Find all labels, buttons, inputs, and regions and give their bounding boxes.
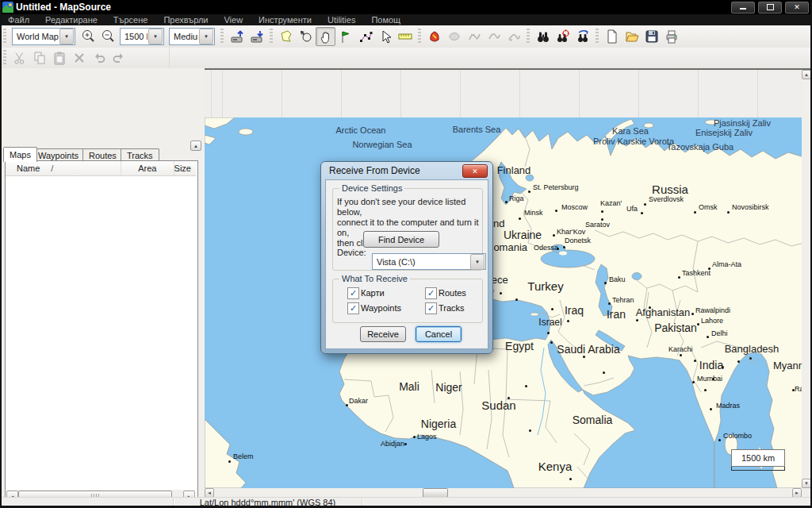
scroll-left-button[interactable]: ◄ [205,488,214,497]
restore-button[interactable] [758,2,782,13]
menu-help[interactable]: Помощ [363,15,408,25]
map-horizontal-scrollbar[interactable]: ◄ ► [205,488,802,497]
divide-route-button-disabled[interactable] [464,27,484,46]
check-icon: ✓ [350,304,357,313]
tab-tracks[interactable]: Tracks [121,148,159,161]
waypoints-checkbox[interactable]: ✓ [347,302,359,314]
open-file-button[interactable] [622,27,642,46]
detail-combo[interactable]: Medium ▼ [169,28,215,45]
new-document-button[interactable] [602,27,622,46]
send-to-device-button[interactable] [227,27,247,46]
toolbar-drag-handle[interactable] [270,29,273,44]
dialog-close-button[interactable]: ✕ [462,164,488,178]
scroll-right-button[interactable]: ► [792,488,802,497]
receive-button[interactable]: Receive [360,326,406,342]
tab-routes[interactable]: Routes [82,148,123,161]
menu-transfer[interactable]: Прехвърли [155,15,216,25]
undo-arrow-icon [91,50,107,66]
menu-file[interactable]: Файл [0,15,37,25]
menu-edit[interactable]: Редактиране [37,15,105,25]
route-invert-icon [506,29,522,44]
column-size-label: Size [174,164,191,173]
tracks-checkbox[interactable]: ✓ [425,302,437,314]
menu-tools[interactable]: Инструменти [251,15,320,25]
clipboard-icon [52,50,67,66]
zoom-scale-combo[interactable]: 1500 km ▼ [120,28,164,45]
find-device-label: Find Device [378,235,424,244]
toolbar-drag-handle[interactable] [220,29,224,44]
menu-utilities[interactable]: Utilities [320,15,363,25]
toolbar-drag-handle[interactable] [3,50,6,66]
find-places-button[interactable] [533,27,553,46]
menu-view[interactable]: View [216,15,251,25]
find-device-button[interactable]: Find Device [363,231,439,248]
map-product-value: World Map [13,32,59,41]
measure-tool-button[interactable] [395,27,415,46]
zoom-tool-button[interactable] [296,27,316,46]
data-tabs-panel: Maps Waypoints Routes Tracks ▲ Name / Ar… [0,68,205,497]
toolbar-drag-handle[interactable] [596,29,599,44]
menu-find[interactable]: Търсене [105,15,156,25]
scroll-down-button[interactable]: ▼ [802,479,810,488]
undo-button-disabled[interactable] [89,48,109,67]
close-button[interactable]: ✕ [785,2,809,13]
routes-checkbox[interactable]: ✓ [425,287,437,299]
scrollbar-thumb[interactable] [423,488,448,497]
tab-maps[interactable]: Maps [3,147,37,162]
delete-button-disabled[interactable] [69,48,89,67]
join-route-button-disabled[interactable] [444,27,464,46]
maps-list[interactable]: Name / Area Size ◄ ► [5,160,198,505]
toolbar-drag-handle[interactable] [527,29,530,44]
close-icon: ✕ [794,4,800,11]
scroll-up-button[interactable]: ▲ [802,70,810,79]
edit-toolbar [0,48,812,68]
paste-button-disabled[interactable] [49,48,69,67]
map-product-combo[interactable]: World Map ▼ [12,28,75,45]
map-vertical-scrollbar[interactable]: ▲ ▼ [802,70,810,488]
chevron-down-icon[interactable]: ▼ [148,29,163,44]
hand-tool-button[interactable] [316,27,335,46]
print-button[interactable] [661,27,681,46]
edit-waypoint-button[interactable] [424,27,444,46]
find-nearest-button[interactable] [553,27,573,46]
cut-button-disabled[interactable] [10,48,29,67]
chevron-down-icon[interactable]: ▼ [59,29,74,44]
column-header-name[interactable]: Name / [6,161,121,175]
device-settings-group: Device Settings If you don't see your de… [332,188,483,271]
receive-from-device-button[interactable] [247,27,266,46]
printer-icon [664,29,680,44]
route-blob-icon [446,29,462,44]
routes-checkbox-label: Routes [439,288,466,298]
toolbar-drag-handle[interactable] [3,29,6,44]
invert-route-button-disabled[interactable] [504,27,523,46]
zoom-out-button[interactable] [98,27,117,46]
world-map-canvas[interactable] [205,117,804,488]
route-tool-button[interactable] [355,27,375,46]
restore-icon [767,4,774,10]
chevron-down-icon[interactable]: ▼ [199,29,213,44]
cancel-button[interactable]: Cancel [416,326,462,342]
chevron-down-icon[interactable]: ▼ [470,254,485,270]
zoom-in-button[interactable] [78,27,98,46]
trim-route-button-disabled[interactable] [484,27,504,46]
arrow-down-icon: ▼ [804,481,809,486]
selection-tool-button[interactable] [375,27,395,46]
device-combo[interactable]: Vista (C:\) ▼ [372,253,486,270]
tab-waypoints[interactable]: Waypoints [32,148,85,161]
waypoint-tool-button[interactable] [335,27,355,46]
redo-button-disabled[interactable] [109,48,128,67]
toolbar-drag-handle[interactable] [418,29,421,44]
minimize-button[interactable] [731,2,755,13]
find-recent-button[interactable] [573,27,592,46]
map-tool-button[interactable] [276,27,296,46]
hand-tool-icon [318,29,334,44]
column-header-size[interactable]: Size [174,161,196,175]
map-viewport[interactable]: Arctic OceanNorwegian SeaBarents SeaKara… [205,68,810,497]
tab-scroll-button[interactable]: ▲ [190,140,201,151]
copy-button-disabled[interactable] [29,48,49,67]
maps-checkbox[interactable]: ✓ [347,287,359,299]
save-button[interactable] [642,27,661,46]
column-header-area[interactable]: Area [121,161,174,175]
tracks-checkbox-label: Tracks [439,303,465,313]
map-scale-label: 1500 km [741,453,775,463]
